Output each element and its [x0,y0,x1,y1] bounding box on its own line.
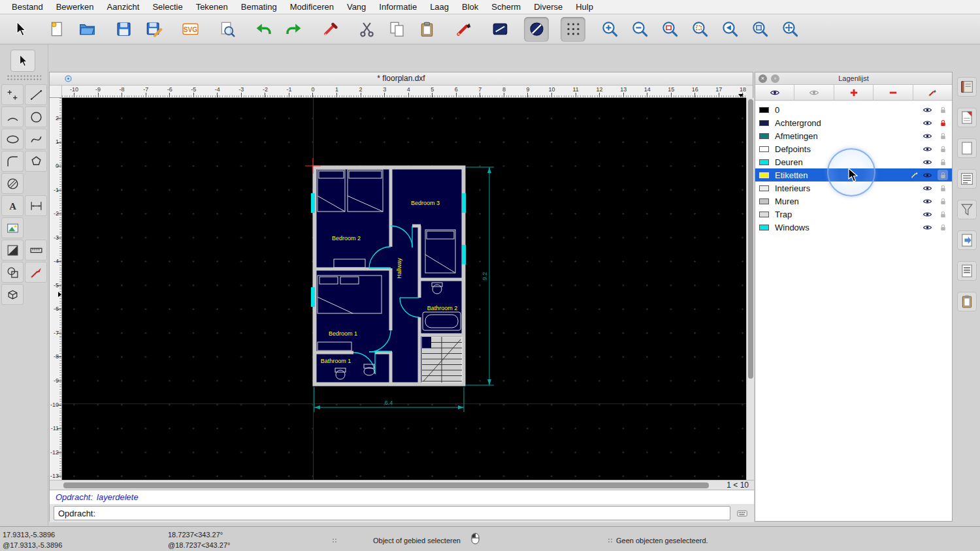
horizontal-scrollbar[interactable] [62,480,726,490]
zoom-out-button[interactable] [627,17,652,42]
vertical-scrollbar-thumb[interactable] [748,99,753,379]
zoom-window-button[interactable] [747,17,772,42]
undock-panel-icon[interactable]: ▫ [771,74,779,83]
remove-layer-button[interactable] [874,85,913,100]
layer-lock-icon[interactable] [938,157,948,167]
command-input[interactable] [99,507,730,519]
fill-tool[interactable] [1,240,24,260]
close-panel-icon[interactable]: × [759,74,767,83]
image-tool[interactable] [1,217,24,238]
drawing-canvas[interactable]: Bedroom 3 Bedroom 2 Bedroom 1 Bathroom 1… [62,98,746,480]
layer-visibility-icon[interactable] [921,144,933,154]
layer-lock-icon[interactable] [938,131,948,141]
command-history-panel-icon[interactable] [957,261,977,281]
clipboard-panel-icon[interactable] [957,292,977,311]
circle-tool[interactable] [25,106,47,127]
open-file-button[interactable] [74,17,99,42]
zoom-pan-button[interactable] [777,17,802,42]
layer-visibility-icon[interactable] [921,131,933,141]
point-tool[interactable] [1,84,24,105]
layer-lock-icon[interactable] [938,170,948,180]
save-as-button[interactable] [141,17,166,42]
entity-list-panel-icon[interactable] [957,169,977,189]
delete-button[interactable] [318,17,342,42]
fillet-tool[interactable] [1,151,24,172]
layer-lock-icon[interactable] [938,183,948,193]
menu-selectie[interactable]: Selectie [146,0,189,14]
layer-visibility-icon[interactable] [921,170,933,180]
menu-laag[interactable]: Laag [423,0,455,14]
block-list-panel-icon[interactable] [957,138,977,158]
attributes-button[interactable] [487,17,512,42]
region-tool[interactable] [1,262,24,283]
library-browser-panel-icon[interactable] [957,77,977,97]
copy-button[interactable] [384,17,409,42]
svg-export-button[interactable]: SVG [178,17,203,42]
menu-vang[interactable]: Vang [340,0,372,14]
add-layer-button[interactable] [834,85,874,100]
zoom-auto-button[interactable] [657,17,682,42]
menu-bemating[interactable]: Bemating [235,0,284,14]
isometric-tool[interactable] [1,284,24,305]
polygon-tool[interactable] [25,151,47,172]
pen-button[interactable] [451,17,476,42]
layer-visibility-icon[interactable] [921,210,933,219]
menu-modificeren[interactable]: Modificeren [284,0,340,14]
layer-visibility-icon[interactable] [921,223,933,232]
menu-hulp[interactable]: Hulp [569,0,600,14]
layer-row-achtergrond[interactable]: Achtergrond [755,116,952,129]
print-preview-button[interactable] [214,17,239,42]
save-button[interactable] [111,17,136,42]
layer-list-panel-icon[interactable] [957,108,977,127]
menu-blok[interactable]: Blok [455,0,485,14]
line-tool[interactable] [25,84,47,105]
menu-scherm[interactable]: Scherm [485,0,527,14]
layer-lock-icon[interactable] [938,118,948,128]
dimension-tool[interactable] [25,195,47,216]
hide-all-layers-button[interactable] [794,85,834,100]
layer-visibility-icon[interactable] [921,197,933,206]
menu-tekenen[interactable]: Tekenen [189,0,235,14]
palette-drag-handle[interactable] [7,74,41,80]
select-tool-button[interactable] [8,17,33,42]
document-titlebar[interactable]: * floorplan.dxf [50,72,753,86]
select-tool[interactable] [10,50,35,72]
layer-row-trap[interactable]: Trap [755,208,952,221]
layer-lock-icon[interactable] [938,209,948,219]
paste-button[interactable] [414,17,439,42]
grid-toggle[interactable] [561,17,585,42]
zoom-select-button[interactable] [687,17,712,42]
selection-filter-panel-icon[interactable] [957,200,977,219]
layer-visibility-icon[interactable] [921,105,933,115]
layer-lock-icon[interactable] [938,196,948,206]
menu-aanzicht[interactable]: Aanzicht [101,0,146,14]
layer-row-interieurs[interactable]: Interieurs [755,181,952,195]
layer-visibility-icon[interactable] [921,118,933,128]
new-file-button[interactable] [44,17,69,42]
show-all-layers-button[interactable] [755,85,794,100]
snap-tool[interactable] [25,262,47,283]
menu-diverse[interactable]: Diverse [527,0,569,14]
menu-bestand[interactable]: Bestand [5,0,50,14]
edit-layer-button[interactable] [913,85,952,100]
redo-button[interactable] [281,17,306,42]
layer-row-etiketten[interactable]: Etiketten [755,168,952,181]
keyboard-icon[interactable] [734,507,750,520]
text-tool[interactable]: A [1,195,24,216]
cut-button[interactable] [354,17,379,42]
command-field[interactable]: Opdracht: [54,506,730,520]
zoom-previous-button[interactable] [717,17,742,42]
layer-visibility-icon[interactable] [921,157,933,167]
menu-informatie[interactable]: Informatie [372,0,423,14]
measure-tool[interactable] [25,240,47,260]
layer-lock-icon[interactable] [938,222,948,232]
menu-bewerken[interactable]: Bewerken [50,0,101,14]
ellipse-tool[interactable] [1,129,24,150]
spline-tool[interactable] [25,129,47,150]
layer-row-muren[interactable]: Muren [755,195,952,208]
vertical-scrollbar[interactable] [746,98,754,480]
reference-panel-icon[interactable] [957,230,977,250]
horizontal-scrollbar-thumb[interactable] [63,482,709,488]
layer-row-0[interactable]: 0 [755,103,952,116]
layer-row-defpoints[interactable]: Defpoints [755,142,952,155]
